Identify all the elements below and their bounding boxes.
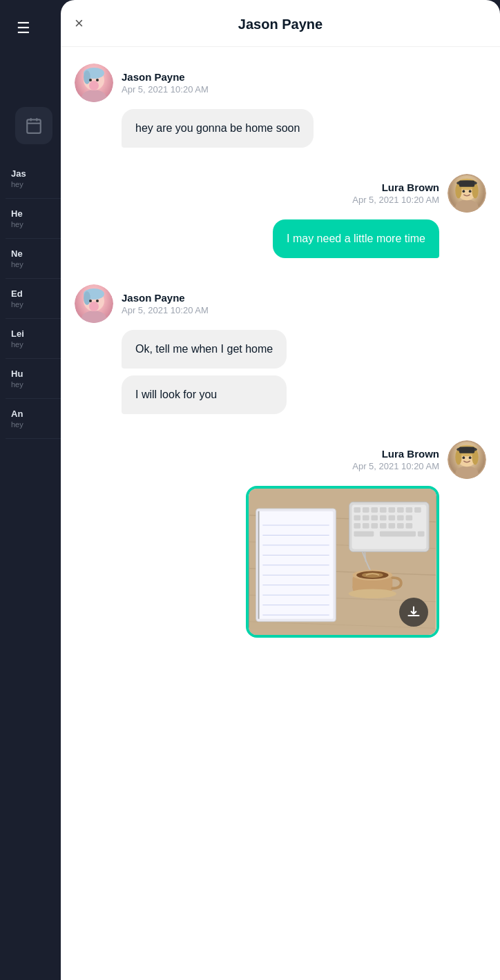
received-bubbles-3: Ok, tell me when I get home I will look … bbox=[75, 330, 287, 421]
sender-meta-lura-2: Lura Brown Apr 5, 2021 10:20 AM bbox=[352, 448, 439, 471]
bubble: I will look for you bbox=[122, 375, 287, 414]
svg-rect-74 bbox=[354, 523, 360, 529]
chat-header: × Jason Payne bbox=[61, 0, 500, 47]
svg-rect-60 bbox=[363, 507, 369, 513]
svg-point-20 bbox=[81, 311, 106, 323]
svg-point-24 bbox=[89, 302, 99, 311]
message-group-2: Lura Brown Apr 5, 2021 10:20 AM I may ne… bbox=[75, 174, 486, 265]
svg-rect-71 bbox=[388, 516, 395, 521]
sidebar-contact-list: Jas hey He hey Ne hey Ed hey Lei hey Hu … bbox=[0, 159, 69, 439]
svg-point-25 bbox=[89, 300, 92, 302]
download-button[interactable] bbox=[399, 598, 428, 627]
svg-point-19 bbox=[469, 190, 472, 193]
svg-rect-80 bbox=[406, 523, 413, 529]
sidebar-item-jas[interactable]: Jas hey bbox=[6, 159, 64, 199]
sidebar-item-ed[interactable]: Ed hey bbox=[6, 279, 64, 319]
sidebar-item-he[interactable]: He hey bbox=[6, 199, 64, 239]
sender-meta-jason-2: Jason Payne Apr 5, 2021 10:20 AM bbox=[122, 292, 209, 315]
avatar-lura-2 bbox=[448, 440, 486, 479]
svg-point-7 bbox=[84, 70, 90, 84]
svg-rect-33 bbox=[459, 447, 474, 453]
sidebar-item-hu[interactable]: Hu hey bbox=[6, 359, 64, 399]
svg-point-34 bbox=[463, 456, 465, 459]
svg-point-27 bbox=[455, 466, 478, 479]
svg-rect-17 bbox=[459, 180, 474, 186]
svg-rect-70 bbox=[380, 516, 387, 521]
sidebar: ☰ Jas hey He hey Ne hey Ed hey Lei hey bbox=[0, 0, 69, 980]
svg-point-18 bbox=[463, 190, 465, 193]
bubble: I may need a little more time bbox=[273, 219, 439, 258]
sender-name: Lura Brown bbox=[352, 182, 439, 193]
svg-rect-82 bbox=[380, 531, 416, 537]
message-group-1: Jason Payne Apr 5, 2021 10:20 AM hey are… bbox=[75, 63, 486, 155]
chat-title: Jason Payne bbox=[238, 17, 323, 32]
svg-point-10 bbox=[96, 79, 99, 81]
sidebar-item-lei[interactable]: Lei hey bbox=[6, 319, 64, 359]
bubble: Ok, tell me when I get home bbox=[122, 330, 287, 369]
svg-point-26 bbox=[96, 300, 99, 302]
image-message bbox=[246, 486, 439, 638]
sender-time: Apr 5, 2021 10:20 AM bbox=[352, 461, 439, 471]
svg-rect-67 bbox=[354, 516, 360, 521]
svg-rect-63 bbox=[388, 507, 395, 513]
sidebar-item-ne[interactable]: Ne hey bbox=[6, 239, 64, 279]
avatar-lura-1 bbox=[448, 174, 486, 213]
svg-point-4 bbox=[81, 90, 106, 102]
svg-point-11 bbox=[455, 199, 478, 213]
svg-rect-76 bbox=[371, 523, 378, 529]
calendar-icon[interactable] bbox=[15, 107, 52, 144]
svg-rect-68 bbox=[363, 516, 369, 521]
svg-point-88 bbox=[362, 572, 383, 578]
svg-rect-73 bbox=[406, 516, 413, 521]
avatar-jason-1 bbox=[75, 63, 113, 102]
download-icon bbox=[407, 605, 421, 619]
svg-rect-75 bbox=[363, 523, 369, 529]
sender-name: Jason Payne bbox=[122, 71, 209, 83]
sent-bubbles-4 bbox=[246, 486, 486, 645]
svg-rect-78 bbox=[388, 523, 395, 529]
sender-name: Lura Brown bbox=[352, 448, 439, 460]
sender-info-lura-1: Lura Brown Apr 5, 2021 10:20 AM bbox=[352, 174, 486, 213]
svg-rect-64 bbox=[397, 507, 404, 513]
svg-rect-79 bbox=[397, 523, 404, 529]
svg-rect-81 bbox=[354, 531, 374, 537]
svg-rect-66 bbox=[414, 507, 421, 513]
avatar-jason-2 bbox=[75, 284, 113, 323]
svg-rect-0 bbox=[27, 119, 41, 133]
svg-point-89 bbox=[349, 589, 396, 598]
message-group-4: Lura Brown Apr 5, 2021 10:20 AM bbox=[75, 440, 486, 645]
sender-info-jason-2: Jason Payne Apr 5, 2021 10:20 AM bbox=[75, 284, 209, 323]
sender-info-jason-1: Jason Payne Apr 5, 2021 10:20 AM bbox=[75, 63, 209, 102]
svg-rect-69 bbox=[371, 516, 378, 521]
svg-point-35 bbox=[469, 456, 472, 459]
sender-time: Apr 5, 2021 10:20 AM bbox=[122, 305, 209, 315]
sender-time: Apr 5, 2021 10:20 AM bbox=[122, 84, 209, 95]
sender-meta-jason-1: Jason Payne Apr 5, 2021 10:20 AM bbox=[122, 71, 209, 95]
svg-point-23 bbox=[84, 291, 90, 305]
sender-info-lura-2: Lura Brown Apr 5, 2021 10:20 AM bbox=[352, 440, 486, 479]
sender-meta-lura-1: Lura Brown Apr 5, 2021 10:20 AM bbox=[352, 182, 439, 205]
sidebar-item-an[interactable]: An hey bbox=[6, 399, 64, 439]
svg-rect-72 bbox=[397, 516, 404, 521]
messages-area: Jason Payne Apr 5, 2021 10:20 AM hey are… bbox=[61, 47, 500, 980]
svg-rect-65 bbox=[406, 507, 413, 513]
sender-name: Jason Payne bbox=[122, 292, 209, 304]
chat-panel: × Jason Payne bbox=[61, 0, 500, 980]
bubble: hey are you gonna be home soon bbox=[122, 109, 314, 148]
sender-time: Apr 5, 2021 10:20 AM bbox=[352, 195, 439, 205]
svg-rect-83 bbox=[418, 531, 425, 537]
received-bubbles-1: hey are you gonna be home soon bbox=[75, 109, 314, 155]
svg-rect-62 bbox=[380, 507, 387, 513]
menu-icon[interactable]: ☰ bbox=[17, 19, 30, 37]
close-button[interactable]: × bbox=[75, 16, 84, 31]
svg-point-9 bbox=[89, 79, 92, 81]
svg-rect-59 bbox=[354, 507, 360, 513]
svg-point-8 bbox=[89, 81, 99, 90]
message-group-3: Jason Payne Apr 5, 2021 10:20 AM Ok, tel… bbox=[75, 284, 486, 421]
svg-rect-61 bbox=[371, 507, 378, 513]
svg-rect-77 bbox=[380, 523, 387, 529]
sent-bubbles-2: I may need a little more time bbox=[273, 219, 486, 265]
